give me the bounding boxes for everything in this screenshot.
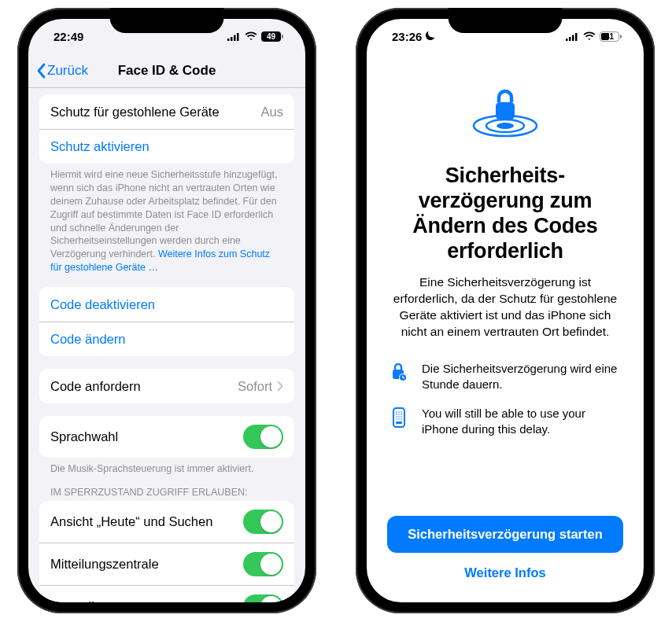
chevron-left-icon — [36, 63, 46, 79]
modal-body: Eine Sicherheitsverzögerung ist erforder… — [387, 274, 623, 340]
svg-point-12 — [396, 414, 397, 415]
svg-point-17 — [401, 416, 402, 418]
nav-bar: Zurück Face ID & Code — [28, 53, 305, 88]
row-label: Schutz aktivieren — [50, 139, 150, 154]
row-label: Code anfordern — [50, 379, 141, 394]
row-label: Kontrollzentrum — [50, 599, 142, 602]
svg-point-10 — [398, 411, 400, 413]
row-activate-protection[interactable]: Schutz aktivieren — [39, 129, 294, 164]
lock-clock-icon — [389, 361, 409, 381]
svg-point-13 — [398, 414, 400, 415]
svg-point-16 — [398, 416, 400, 418]
phone-left: 22:49 49 Zurück Face ID & Code — [17, 8, 316, 613]
status-time: 22:49 — [54, 30, 83, 43]
row-label: Code deaktivieren — [50, 297, 155, 312]
lock-ripple-icon — [471, 85, 539, 142]
info-row-usable: You will still be able to use your iPhon… — [387, 406, 623, 436]
toggle-notif[interactable] — [243, 552, 283, 576]
row-value: Sofort — [238, 379, 283, 394]
svg-point-19 — [398, 418, 400, 420]
row-label: Mitteilungszentrale — [50, 557, 159, 572]
row-stolen-protection[interactable]: Schutz für gestohlene Geräte Aus — [39, 94, 294, 129]
row-label: Ansicht „Heute“ und Suchen — [50, 514, 212, 529]
iphone-icon — [389, 406, 409, 428]
svg-point-2 — [497, 123, 514, 129]
section-footer: Hiermit wird eine neue Sicherheitsstufe … — [28, 164, 305, 274]
start-delay-button[interactable]: Sicherheitsverzögerung starten — [387, 516, 623, 553]
svg-point-14 — [401, 414, 402, 415]
wifi-icon — [245, 31, 257, 41]
cellular-icon — [566, 32, 579, 41]
battery-icon: 49 — [261, 31, 283, 42]
svg-rect-3 — [496, 102, 515, 120]
screen-settings: 22:49 49 Zurück Face ID & Code — [28, 19, 305, 602]
phone-right: 23:26 41 — [356, 8, 655, 613]
modal-title: Sicherheits­verzögerung zum Ändern des C… — [387, 164, 623, 263]
info-text: Die Sicherheitsverzögerung wird eine Stu… — [422, 361, 622, 392]
info-row-duration: Die Sicherheitsverzögerung wird eine Stu… — [387, 361, 623, 392]
toggle-today[interactable] — [243, 510, 283, 534]
row-label: Sprachwahl — [50, 429, 118, 444]
svg-point-11 — [401, 411, 402, 413]
row-deactivate-code[interactable]: Code deaktivieren — [39, 287, 294, 322]
more-info-button[interactable]: Weitere Infos — [464, 553, 545, 587]
settings-content[interactable]: Schutz für gestohlene Geräte Aus Schutz … — [28, 88, 305, 602]
toggle-voice[interactable] — [243, 425, 283, 449]
svg-point-20 — [401, 418, 402, 420]
row-change-code[interactable]: Code ändern — [39, 322, 294, 356]
battery-icon: 41 — [600, 31, 622, 42]
info-text: You will still be able to use your iPhon… — [422, 406, 622, 436]
screen-delay-modal: 23:26 41 — [367, 19, 644, 602]
status-time: 23:26 — [392, 30, 422, 43]
row-label: Schutz für gestohlene Geräte — [50, 105, 220, 120]
svg-rect-7 — [393, 408, 404, 427]
nav-title: Face ID & Code — [118, 63, 216, 79]
row-label: Code ändern — [50, 332, 125, 347]
wifi-icon — [583, 31, 596, 41]
notch — [110, 8, 224, 33]
row-value: Aus — [261, 105, 283, 120]
chevron-right-icon — [277, 381, 283, 392]
svg-rect-21 — [396, 421, 402, 424]
svg-point-15 — [396, 416, 397, 418]
cellular-icon — [227, 32, 241, 41]
notch — [449, 8, 563, 33]
row-notification-center[interactable]: Mitteilungszentrale — [39, 543, 294, 585]
svg-point-9 — [396, 411, 397, 413]
security-delay-modal: Sicherheits­verzögerung zum Ändern des C… — [367, 53, 644, 602]
back-button[interactable]: Zurück — [36, 63, 88, 79]
svg-point-18 — [396, 418, 397, 420]
toggle-control[interactable] — [243, 594, 283, 602]
row-today-view[interactable]: Ansicht „Heute“ und Suchen — [39, 501, 294, 543]
section-header: IM SPERRZUSTAND ZUGRIFF ERLAUBEN: — [28, 476, 305, 501]
row-require-code[interactable]: Code anfordern Sofort — [39, 369, 294, 403]
section-footer: Die Musik-Sprachsteuerung ist immer akti… — [28, 458, 305, 476]
back-label: Zurück — [47, 63, 88, 79]
row-control-center[interactable]: Kontrollzentrum — [39, 585, 294, 602]
row-voice-dial[interactable]: Sprachwahl — [39, 416, 294, 458]
dnd-moon-icon — [425, 30, 435, 43]
